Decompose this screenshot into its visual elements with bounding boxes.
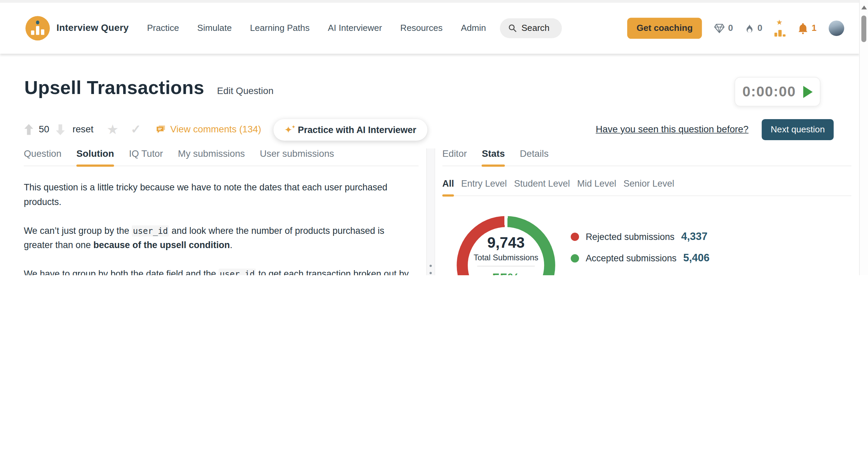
page-title: Upsell Transactions: [24, 77, 204, 99]
level-tab-entry[interactable]: Entry Level: [461, 179, 507, 189]
edit-question-link[interactable]: Edit Question: [217, 86, 274, 97]
nav-item-admin[interactable]: Admin: [461, 23, 486, 33]
scrollbar-thumb[interactable]: [861, 16, 866, 42]
interview-query-page: Interview Query Practice Simulate Learni…: [0, 0, 868, 275]
search-label: Search: [521, 23, 549, 33]
diamond-stat[interactable]: 0: [714, 23, 733, 33]
search-box[interactable]: Search: [500, 18, 562, 38]
bookmark-star-icon[interactable]: ★: [107, 124, 119, 136]
timer-value: 0:00:00: [742, 83, 796, 100]
tab-stats[interactable]: Stats: [482, 148, 505, 160]
editor-stats-panel: Editor Stats Details All Entry Level Stu…: [435, 148, 860, 275]
stats-level-tabs: All Entry Level Student Level Mid Level …: [442, 179, 851, 196]
level-tab-mid[interactable]: Mid Level: [577, 179, 616, 189]
level-tab-all[interactable]: All: [442, 179, 454, 189]
level-tab-student[interactable]: Student Level: [514, 179, 570, 189]
header-right: Get coaching 0 0 ★: [627, 18, 844, 39]
timer: 0:00:00: [735, 77, 821, 106]
search-icon: [508, 24, 517, 33]
tab-question[interactable]: Question: [24, 148, 61, 160]
level-tab-senior[interactable]: Senior Level: [623, 179, 674, 189]
tab-editor[interactable]: Editor: [442, 148, 467, 160]
panel-resize-divider[interactable]: [426, 148, 435, 275]
rank-star-icon: ★: [776, 19, 783, 26]
rejected-label: Rejected submissions: [586, 231, 675, 242]
nav-item-practice[interactable]: Practice: [147, 23, 179, 33]
next-question-button[interactable]: Next question: [762, 119, 834, 140]
sparkles-icon: ✦✦: [284, 125, 292, 134]
nav-item-resources[interactable]: Resources: [400, 23, 443, 33]
reset-vote-link[interactable]: reset: [73, 124, 94, 135]
tab-solution[interactable]: Solution: [76, 148, 114, 160]
rejected-legend-row: Rejected submissions 4,337: [571, 230, 840, 243]
accepted-dot-icon: [571, 254, 579, 262]
user-avatar[interactable]: [829, 20, 844, 36]
acceptance-rate-value: 55%: [492, 270, 520, 275]
tab-my-submissions[interactable]: My submissions: [178, 148, 245, 160]
content-columns: Question Solution IQ Tutor My submission…: [0, 148, 860, 275]
donut-divider-line: [477, 266, 535, 266]
streak-stat[interactable]: 0: [745, 23, 762, 34]
solution-paragraph-1: This question is a little tricky because…: [24, 180, 415, 209]
accepted-count: 5,406: [683, 252, 710, 264]
rejected-count: 4,337: [681, 230, 708, 243]
nav-item-ai-interviewer[interactable]: AI Interviewer: [328, 23, 382, 33]
view-comments-link[interactable]: View comments (134): [155, 124, 261, 135]
comments-icon: [155, 125, 166, 134]
donut-legend: Rejected submissions 4,337 Accepted subm…: [571, 216, 840, 275]
brand-name[interactable]: Interview Query: [56, 23, 129, 34]
stats-panel-tabs: Editor Stats Details: [442, 148, 851, 166]
tab-iq-tutor[interactable]: IQ Tutor: [129, 148, 163, 160]
acceptance-donut-chart: 9,743 Total Submissions 55% Acceptance R…: [457, 216, 555, 275]
flame-icon: [745, 23, 754, 34]
tab-user-submissions[interactable]: User submissions: [260, 148, 334, 160]
total-submissions-label: Total Submissions: [474, 253, 538, 262]
leaderboard-rank-icon[interactable]: ★: [774, 20, 786, 37]
top-nav: Interview Query Practice Simulate Learni…: [0, 3, 860, 54]
view-comments-label: View comments (134): [170, 124, 261, 135]
notification-count: 1: [812, 23, 817, 33]
accepted-legend-row: Accepted submissions 5,406: [571, 252, 840, 264]
donut-center: 9,743 Total Submissions 55% Acceptance R…: [457, 216, 555, 275]
diamond-count: 0: [728, 23, 733, 33]
rejected-dot-icon: [571, 232, 579, 241]
interview-query-logo-icon[interactable]: [25, 16, 50, 40]
solution-paragraph-2: We can’t just group by the user_id and l…: [24, 223, 415, 252]
practice-ai-label: Practice with AI Interviewer: [298, 124, 416, 135]
vertical-scrollbar[interactable]: [859, 0, 868, 275]
total-submissions-value: 9,743: [487, 234, 524, 251]
submission-stats: 9,743 Total Submissions 55% Acceptance R…: [442, 216, 851, 275]
upvote-button[interactable]: [24, 124, 33, 135]
scroll-up-arrow-icon[interactable]: [861, 5, 867, 9]
title-row: Upsell Transactions Edit Question: [24, 77, 274, 99]
tab-details[interactable]: Details: [520, 148, 548, 160]
accepted-label: Accepted submissions: [586, 253, 677, 263]
notifications[interactable]: 1: [798, 22, 816, 34]
seen-before-link[interactable]: Have you seen this question before?: [596, 124, 748, 135]
practice-ai-interviewer-button[interactable]: ✦✦ Practice with AI Interviewer: [273, 119, 427, 141]
nav-item-learning-paths[interactable]: Learning Paths: [250, 23, 310, 33]
diamond-icon: [714, 23, 725, 33]
downvote-button[interactable]: [56, 124, 65, 135]
bell-icon: [798, 22, 808, 34]
drag-handle-icon[interactable]: [429, 265, 432, 275]
question-panel-tabs: Question Solution IQ Tutor My submission…: [24, 148, 419, 166]
nav-item-simulate[interactable]: Simulate: [197, 23, 232, 33]
get-coaching-button[interactable]: Get coaching: [627, 18, 702, 39]
question-panel: Question Solution IQ Tutor My submission…: [0, 148, 426, 275]
upvote-count: 50: [39, 124, 49, 135]
streak-count: 0: [757, 23, 763, 33]
solution-content: This question is a little tricky because…: [24, 180, 419, 275]
solution-paragraph-3: We have to group by both the date field …: [24, 266, 415, 275]
question-actions-row: 50 reset ★ ✓ View comments (134) ✦✦ Prac…: [24, 118, 834, 142]
play-timer-button[interactable]: [803, 86, 813, 98]
window-top-strip: [0, 0, 860, 3]
mark-solved-icon[interactable]: ✓: [131, 123, 141, 137]
